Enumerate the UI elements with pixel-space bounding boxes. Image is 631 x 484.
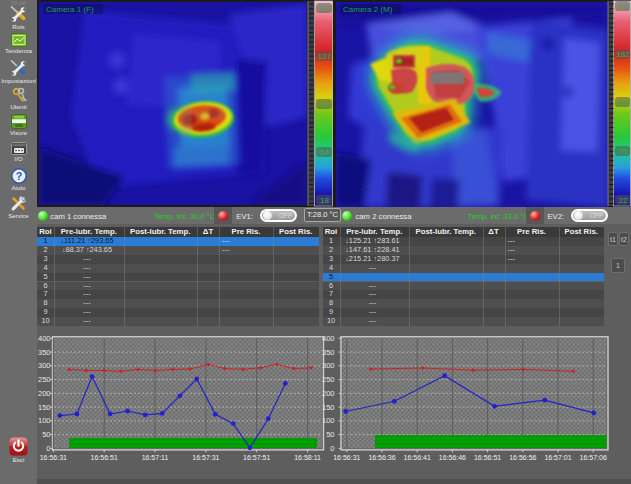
svg-text:16:56:31: 16:56:31 xyxy=(40,454,67,461)
svg-text:16:57:11: 16:57:11 xyxy=(142,454,169,461)
svg-text:400: 400 xyxy=(38,334,51,343)
svg-text:200: 200 xyxy=(38,389,51,398)
svg-text:200: 200 xyxy=(322,389,335,398)
svg-text:250: 250 xyxy=(38,375,51,384)
svg-text:16:56:56: 16:56:56 xyxy=(509,454,536,461)
svg-text:16:56:46: 16:56:46 xyxy=(439,454,466,461)
svg-text:16:56:31: 16:56:31 xyxy=(333,454,360,461)
svg-text:350: 350 xyxy=(322,348,335,357)
svg-text:54: 54 xyxy=(320,148,329,157)
svg-text:150: 150 xyxy=(38,403,51,412)
svg-text:16:57:31: 16:57:31 xyxy=(192,454,219,461)
svg-text:400: 400 xyxy=(322,334,335,343)
svg-text:163: 163 xyxy=(318,4,332,13)
svg-text:50: 50 xyxy=(326,430,334,439)
svg-text:300: 300 xyxy=(322,361,335,370)
svg-text:150: 150 xyxy=(322,403,335,412)
svg-text:91: 91 xyxy=(320,100,329,109)
svg-text:22: 22 xyxy=(619,196,628,205)
svg-text:235: 235 xyxy=(616,2,630,11)
svg-text:0: 0 xyxy=(46,444,50,453)
svg-text:100: 100 xyxy=(38,416,51,425)
svg-text:16:57:51: 16:57:51 xyxy=(243,454,270,461)
svg-text:350: 350 xyxy=(38,348,51,357)
svg-text:127: 127 xyxy=(318,52,332,61)
svg-text:128: 128 xyxy=(616,98,630,107)
svg-text:50: 50 xyxy=(42,430,50,439)
svg-text:16:57:01: 16:57:01 xyxy=(544,454,571,461)
svg-text:18: 18 xyxy=(320,196,329,205)
svg-text:75: 75 xyxy=(619,147,628,156)
svg-text:16:56:51: 16:56:51 xyxy=(91,454,118,461)
svg-text:?: ? xyxy=(15,170,21,182)
svg-text:300: 300 xyxy=(38,361,51,370)
svg-text:250: 250 xyxy=(322,375,335,384)
svg-text:16:56:41: 16:56:41 xyxy=(404,454,431,461)
svg-text:100: 100 xyxy=(322,416,335,425)
svg-text:16:58:11: 16:58:11 xyxy=(294,454,321,461)
svg-text:182: 182 xyxy=(616,50,630,59)
svg-text:16:57:06: 16:57:06 xyxy=(580,454,607,461)
svg-text:0: 0 xyxy=(330,444,334,453)
svg-text:16:56:36: 16:56:36 xyxy=(368,454,395,461)
svg-text:16:56:51: 16:56:51 xyxy=(474,454,501,461)
